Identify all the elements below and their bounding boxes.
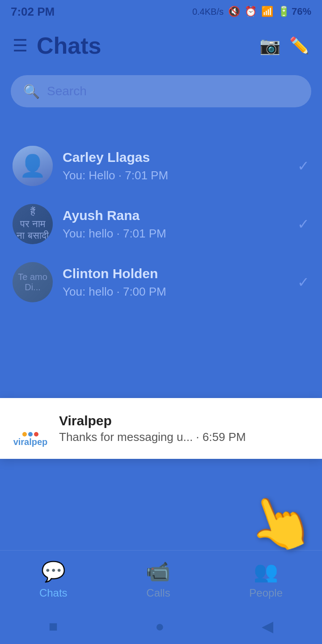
read-check-ayush: ✓ bbox=[297, 216, 309, 233]
compose-icon[interactable]: ✏️ bbox=[289, 36, 309, 55]
chat-preview-ayush: You: hello · 7:01 PM bbox=[63, 227, 288, 241]
chat-name-carley: Carley Llagas bbox=[63, 150, 288, 165]
notification-sender: Viralpep bbox=[59, 413, 309, 428]
android-nav-bar: ■ ● ◀ bbox=[0, 608, 322, 644]
chat-item-carley[interactable]: Carley Llagas You: Hello · 7:01 PM ✓ bbox=[0, 137, 322, 195]
mute-icon: 🔇 bbox=[228, 6, 240, 17]
search-placeholder: Search bbox=[47, 84, 87, 98]
chat-item-clinton[interactable]: Te amo Di... Clinton Holden You: hello ·… bbox=[0, 253, 322, 311]
read-check-carley: ✓ bbox=[297, 157, 309, 174]
chat-list: Carley Llagas You: Hello · 7:01 PM ✓ जले… bbox=[0, 128, 322, 320]
people-nav-icon: 👥 bbox=[254, 560, 278, 583]
nav-item-people[interactable]: 👥 People bbox=[240, 555, 292, 604]
chat-info-carley: Carley Llagas You: Hello · 7:01 PM bbox=[63, 150, 288, 182]
avatar-ayush: जले भतेरे हैंपर नाम ना बसादीलोगा की bbox=[13, 204, 53, 244]
notification-text: Viralpep Thanks for messaging u... · 6:5… bbox=[59, 413, 309, 444]
read-check-clinton: ✓ bbox=[297, 274, 309, 291]
page-title: Chats bbox=[37, 32, 250, 59]
sim-icon: 📶 bbox=[261, 6, 273, 17]
status-bar: 7:02 PM 0.4KB/s 🔇 ⏰ 📶 🔋 76% bbox=[0, 0, 322, 23]
header: ☰ Chats 📷 ✏️ bbox=[0, 23, 322, 68]
status-icons: 0.4KB/s 🔇 ⏰ 📶 🔋 76% bbox=[192, 6, 311, 17]
chat-info-ayush: Ayush Rana You: hello · 7:01 PM bbox=[63, 208, 288, 241]
status-time: 7:02 PM bbox=[11, 5, 55, 19]
home-button[interactable]: ● bbox=[155, 618, 165, 635]
nav-item-chats[interactable]: 💬 Chats bbox=[30, 555, 76, 604]
battery-percent: 76% bbox=[292, 6, 311, 17]
avatar-carley bbox=[13, 146, 53, 186]
chat-preview-clinton: You: hello · 7:00 PM bbox=[63, 285, 288, 299]
chats-nav-label: Chats bbox=[39, 587, 68, 599]
notification-card[interactable]: viralpep Viralpep Thanks for messaging u… bbox=[0, 398, 322, 459]
notification-logo: viralpep bbox=[13, 411, 48, 446]
notification-preview: Thanks for messaging u... · 6:59 PM bbox=[59, 430, 309, 444]
search-bar[interactable]: 🔍 Search bbox=[11, 75, 311, 107]
data-speed: 0.4KB/s bbox=[192, 7, 224, 17]
chat-name-clinton: Clinton Holden bbox=[63, 266, 288, 281]
nav-item-calls[interactable]: 📹 Calls bbox=[137, 555, 179, 604]
avatar-clinton: Te amo Di... bbox=[13, 262, 53, 302]
back-button[interactable]: ◀ bbox=[262, 617, 273, 635]
calls-nav-label: Calls bbox=[146, 587, 170, 599]
bottom-nav: 💬 Chats 📹 Calls 👥 People bbox=[0, 550, 322, 608]
search-icon: 🔍 bbox=[23, 84, 40, 99]
people-nav-label: People bbox=[249, 587, 283, 599]
chat-item-ayush[interactable]: जले भतेरे हैंपर नाम ना बसादीलोगा की Ayus… bbox=[0, 195, 322, 253]
chats-nav-icon: 💬 bbox=[41, 560, 66, 583]
calls-nav-icon: 📹 bbox=[146, 560, 170, 583]
battery-indicator: 🔋 76% bbox=[278, 6, 311, 17]
alarm-icon: ⏰ bbox=[245, 6, 257, 17]
chat-name-ayush: Ayush Rana bbox=[63, 208, 288, 223]
camera-icon[interactable]: 📷 bbox=[259, 36, 280, 55]
battery-icon: 🔋 bbox=[278, 6, 290, 17]
chat-info-clinton: Clinton Holden You: hello · 7:00 PM bbox=[63, 266, 288, 299]
menu-icon[interactable]: ☰ bbox=[13, 36, 28, 55]
recents-button[interactable]: ■ bbox=[49, 618, 58, 635]
chat-preview-carley: You: Hello · 7:01 PM bbox=[63, 169, 288, 182]
